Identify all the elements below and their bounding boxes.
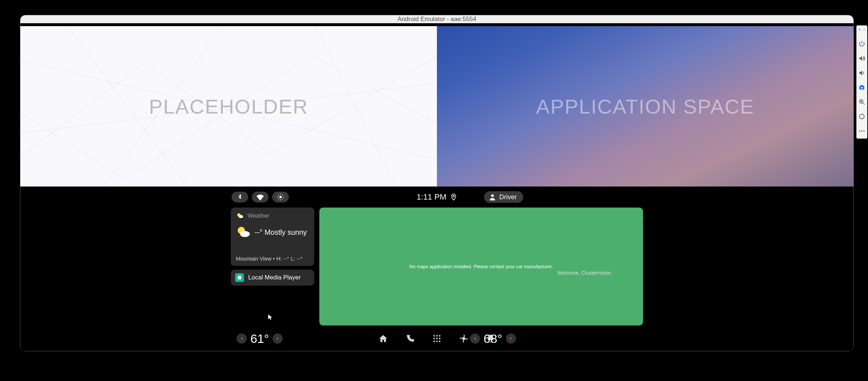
svg-point-33 [861, 130, 862, 131]
media-label: Local Media Player [248, 274, 301, 281]
svg-point-12 [238, 215, 243, 218]
svg-point-31 [859, 114, 864, 119]
car-launcher: 1:11 PM Driver [20, 187, 853, 351]
svg-point-18 [439, 335, 440, 336]
temp-right-up[interactable] [506, 333, 516, 344]
svg-point-19 [433, 338, 435, 339]
svg-line-6 [282, 199, 283, 200]
svg-rect-15 [238, 276, 241, 279]
location-icon [450, 193, 457, 201]
left-card-column: Weather --° Mostly sunny Mountain View •… [231, 208, 314, 325]
svg-point-10 [491, 194, 494, 197]
power-button[interactable] [858, 40, 866, 48]
svg-point-22 [433, 340, 435, 342]
home-button[interactable] [378, 333, 388, 344]
application-space-label: APPLICATION SPACE [536, 95, 754, 118]
bluetooth-toggle[interactable] [232, 192, 248, 202]
user-label: Driver [499, 193, 517, 201]
status-bar: 1:11 PM Driver [20, 189, 853, 205]
emulator-window: Android Emulator - aae:5554 [20, 15, 853, 351]
svg-point-17 [436, 335, 438, 336]
emulator-side-toolbar: × – [856, 25, 867, 139]
svg-point-34 [863, 130, 864, 131]
temp-left-down[interactable] [237, 333, 247, 344]
svg-line-28 [863, 103, 865, 105]
temp-left-value: 61° [250, 332, 269, 346]
weather-icon [236, 212, 244, 220]
temp-right-down[interactable] [470, 333, 480, 344]
cards-row: Weather --° Mostly sunny Mountain View •… [231, 208, 643, 325]
svg-point-24 [439, 340, 440, 342]
svg-line-7 [278, 199, 279, 200]
volume-down-button[interactable] [858, 69, 866, 77]
media-icon [235, 273, 244, 282]
application-space-panel: APPLICATION SPACE [437, 26, 853, 187]
svg-point-0 [279, 196, 282, 198]
svg-point-20 [436, 338, 438, 339]
status-pill-group [232, 192, 289, 202]
phone-button[interactable] [405, 333, 415, 344]
svg-line-8 [282, 195, 283, 196]
volume-up-button[interactable] [858, 54, 866, 62]
svg-point-32 [859, 130, 860, 131]
welcome-text: Welcome, ClusterHome. [557, 270, 612, 276]
svg-point-26 [861, 87, 863, 89]
svg-point-25 [463, 337, 465, 340]
zoom-button[interactable] [858, 98, 866, 106]
placeholder-label: PLACEHOLDER [149, 95, 308, 118]
weather-header-label: Weather [247, 213, 269, 219]
screenshot-button[interactable] [858, 83, 866, 91]
cursor-icon [267, 314, 274, 320]
minimize-button[interactable]: – [863, 28, 865, 32]
clock-time: 1:11 PM [417, 192, 446, 202]
svg-point-16 [433, 335, 435, 336]
climate-right: 68° [470, 332, 516, 346]
climate-left: 61° [237, 332, 283, 346]
apps-button[interactable] [432, 333, 442, 344]
back-button[interactable] [858, 112, 866, 120]
weather-card-header: Weather [236, 212, 309, 220]
weather-sub-text: Mountain View • H: --° L: --° [236, 255, 309, 262]
map-message: No maps application installed. Please co… [409, 264, 553, 269]
svg-point-23 [436, 340, 438, 342]
top-split: PLACEHOLDER APPLICATION SPACE [20, 26, 853, 187]
emulator-body: PLACEHOLDER APPLICATION SPACE [20, 23, 853, 351]
map-card[interactable]: No maps application installed. Please co… [319, 208, 643, 325]
weather-main: --° Mostly sunny [236, 225, 309, 239]
temp-left-up[interactable] [273, 333, 283, 344]
weather-icon-large [236, 225, 250, 239]
brightness-toggle[interactable] [272, 192, 289, 202]
clock: 1:11 PM [417, 192, 457, 202]
svg-point-21 [439, 338, 440, 339]
svg-point-9 [453, 195, 454, 197]
media-card[interactable]: Local Media Player [231, 270, 314, 286]
temp-right-value: 68° [484, 332, 502, 346]
weather-main-text: --° Mostly sunny [255, 228, 307, 237]
placeholder-panel: PLACEHOLDER [20, 26, 437, 187]
emulator-title: Android Emulator - aae:5554 [20, 15, 853, 23]
person-icon [488, 193, 496, 201]
more-button[interactable] [858, 127, 866, 135]
weather-card[interactable]: Weather --° Mostly sunny Mountain View •… [231, 208, 314, 266]
wifi-toggle[interactable] [252, 192, 269, 202]
hvac-button[interactable] [459, 333, 469, 344]
svg-line-5 [278, 195, 279, 196]
svg-point-14 [240, 231, 250, 237]
user-profile-button[interactable]: Driver [484, 191, 523, 203]
nav-bar: 61° 68° [20, 330, 853, 347]
close-button[interactable]: × [858, 28, 861, 32]
